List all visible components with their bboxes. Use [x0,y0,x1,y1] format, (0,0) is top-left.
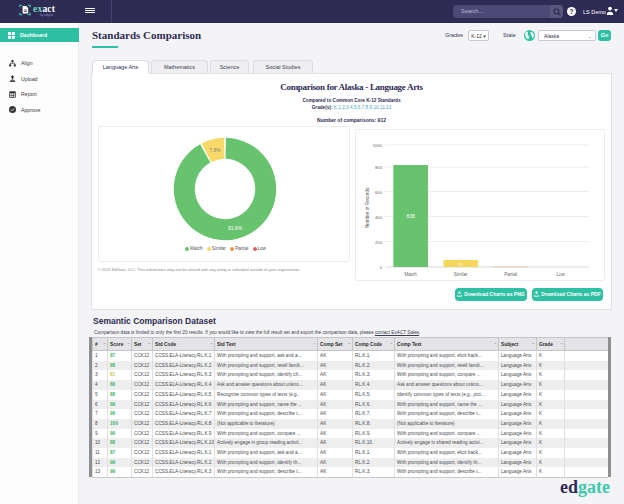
svg-text:600: 600 [375,190,383,195]
svg-text:7.8%: 7.8% [209,147,221,153]
svg-text:Low: Low [557,272,566,277]
svg-text:800: 800 [375,165,383,170]
svg-text:200: 200 [375,240,383,245]
svg-text:Number of Records: Number of Records [365,187,370,228]
svg-text:1000: 1000 [373,143,383,148]
svg-text:Match: Match [405,272,418,277]
svg-text:Partial: Partial [504,272,517,277]
svg-text:Similar: Similar [454,272,468,277]
svg-text:400: 400 [375,215,383,220]
svg-text:0: 0 [380,265,383,270]
svg-text:838: 838 [407,213,416,219]
svg-text:91.9%: 91.9% [228,225,243,231]
svg-text:71: 71 [459,263,463,267]
